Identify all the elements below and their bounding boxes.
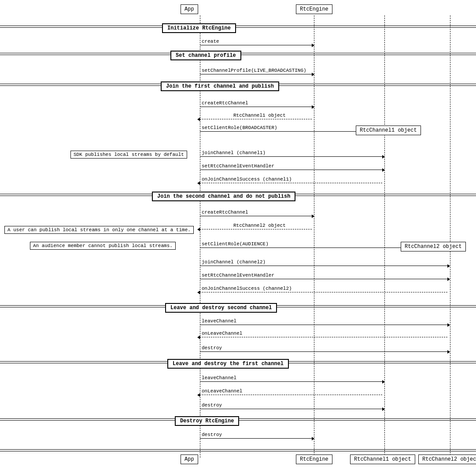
rtcengine-lifeline-bottom: RtcEngine (296, 455, 332, 464)
label-setClientRole2: setClientRole(AUDIENCE) (202, 241, 269, 247)
lifeline-channel1 (384, 15, 385, 458)
label-onLeave2: onLeaveChannel (202, 331, 242, 336)
label-createRtcChannel2: createRtcChannel (202, 210, 248, 215)
rtcChannel1-obj-box: RtcChannel1 object (356, 126, 421, 135)
app-lifeline-bottom: App (181, 455, 198, 464)
arrow-setClientRole1 (200, 131, 382, 132)
section-initialize: Initialize RtcEngine (162, 23, 236, 33)
arrow-onLeave1 (200, 395, 382, 395)
app-lifeline-top: App (181, 4, 198, 14)
label-onJoin2: onJoinChannelSuccess (channel2) (202, 286, 292, 291)
arrow-onJoin2 (200, 292, 447, 292)
label-setChannelProfile: setChannelProfile(LIVE_BROADCASTING) (202, 68, 306, 73)
note-sdk-publishes: SDK publishes local streams by default (70, 151, 187, 159)
section-line-init-top (0, 26, 476, 26)
arrow-createRtcChannel1 (200, 107, 312, 107)
arrow-setHandler2 (200, 279, 447, 279)
label-destroyEngine: destroy (202, 432, 222, 437)
arrow-create (200, 45, 312, 45)
section-join1: Join the first channel and publish (161, 81, 279, 91)
arrow-joinChannel1 (200, 156, 382, 157)
section-destroy-engine: Destroy RtcEngine (175, 416, 239, 426)
section-leave2: Leave and destroy second channel (165, 303, 277, 313)
arrow-onLeave2 (200, 337, 447, 337)
label-onJoin1: onJoinChannelSuccess (channel1) (202, 177, 292, 182)
label-setHandler2: setRtcChannelEventHandler (202, 273, 274, 278)
arrow-rtcChannel1Object (200, 119, 312, 119)
arrow-setHandler1 (200, 170, 382, 170)
lifeline-rtcengine (314, 15, 314, 458)
arrow-onJoin1 (200, 183, 382, 183)
arrow-rtcChannel2Object (200, 229, 312, 229)
arrow-setChannelProfile (200, 74, 312, 74)
section-line-bottom-top2 (0, 451, 476, 451)
label-destroy1: destroy (202, 403, 222, 408)
arrow-destroy1 (200, 409, 382, 409)
arrow-leaveChannel1 (200, 381, 382, 382)
note-user-publish: A user can publish local streams in only… (4, 226, 194, 234)
arrow-joinChannel2 (200, 266, 447, 266)
lifeline-channel2 (450, 15, 450, 458)
section-leave1: Leave and destroy the first channel (167, 359, 289, 369)
label-setHandler1: setRtcChannelEventHandler (202, 163, 274, 169)
diagram-container: App RtcEngine Initialize RtcEngine creat… (0, 0, 476, 473)
label-setClientRole1: setClientRole(BROADCASTER) (202, 125, 277, 130)
label-leaveChannel2: leaveChannel (202, 318, 236, 324)
section-line-init-top2 (0, 27, 476, 28)
section-line-bottom-top (0, 449, 476, 450)
arrow-destroy2 (200, 351, 447, 352)
label-leaveChannel1: leaveChannel (202, 375, 236, 381)
label-createRtcChannel1: createRtcChannel (202, 100, 248, 106)
note-audience: An audience member cannot publish local … (30, 242, 176, 250)
label-rtcChannel2Object: RtcChannel2 object (233, 223, 286, 228)
label-joinChannel2: joinChannel (channel2) (202, 259, 266, 265)
channel1-lifeline-bottom: RtcChannel1 object (350, 455, 415, 464)
label-onLeave1: onLeaveChannel (202, 388, 242, 394)
label-joinChannel1: joinChannel (channel1) (202, 150, 266, 155)
label-rtcChannel1Object: RtcChannel1 object (233, 113, 286, 118)
arrow-leaveChannel2 (200, 325, 447, 325)
label-create: create (202, 39, 219, 44)
rtcChannel2-obj-box: RtcChannel2 object (401, 242, 466, 251)
arrow-destroyEngine (200, 438, 312, 439)
arrow-createRtcChannel2 (200, 216, 312, 216)
label-destroy2: destroy (202, 345, 222, 351)
section-profile: Set channel profile (170, 51, 241, 60)
channel2-lifeline-bottom: RtcChannel2 object (418, 455, 476, 464)
section-join2: Join the second channel and do not publi… (152, 192, 295, 201)
rtcengine-lifeline-top: RtcEngine (296, 4, 332, 14)
